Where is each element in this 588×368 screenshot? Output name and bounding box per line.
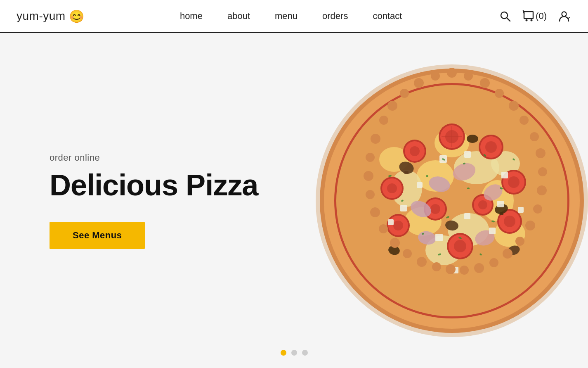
- svg-point-4: [531, 19, 533, 21]
- svg-point-103: [414, 78, 424, 88]
- svg-rect-72: [400, 205, 407, 211]
- svg-point-111: [533, 204, 542, 214]
- logo-text: yum-yum: [17, 9, 66, 23]
- svg-rect-71: [501, 172, 508, 178]
- user-button[interactable]: [557, 9, 571, 24]
- svg-point-124: [390, 238, 400, 248]
- svg-rect-62: [404, 171, 409, 174]
- svg-rect-78: [388, 219, 394, 225]
- svg-point-123: [379, 224, 388, 233]
- svg-point-11: [336, 85, 567, 316]
- svg-point-114: [503, 249, 512, 259]
- svg-point-100: [509, 101, 519, 111]
- svg-point-96: [447, 68, 457, 78]
- order-online-text: order online: [50, 152, 258, 163]
- nav-orders[interactable]: orders: [322, 11, 348, 21]
- svg-point-48: [454, 240, 466, 252]
- svg-point-127: [432, 262, 441, 271]
- svg-point-115: [489, 258, 498, 267]
- nav-menu[interactable]: menu: [275, 11, 298, 21]
- svg-point-118: [371, 134, 380, 144]
- svg-point-121: [366, 190, 375, 199]
- svg-point-99: [495, 89, 504, 98]
- user-icon: [558, 10, 570, 22]
- svg-point-110: [537, 185, 547, 195]
- svg-rect-70: [464, 151, 471, 158]
- svg-point-66: [467, 135, 478, 143]
- svg-point-112: [525, 221, 535, 230]
- svg-point-3: [526, 19, 528, 21]
- svg-rect-64: [500, 212, 503, 215]
- svg-line-6: [568, 17, 569, 19]
- search-icon: [499, 10, 511, 22]
- svg-point-120: [364, 171, 373, 181]
- svg-point-51: [430, 204, 440, 214]
- cart-icon: [522, 10, 535, 22]
- svg-point-125: [403, 249, 412, 258]
- svg-point-98: [480, 78, 490, 88]
- svg-point-116: [474, 263, 484, 273]
- svg-point-108: [536, 148, 545, 158]
- hero-section: order online Delicious Pizza See Menus: [0, 33, 588, 368]
- svg-point-97: [464, 71, 473, 81]
- svg-point-113: [515, 237, 524, 246]
- svg-rect-2: [524, 12, 533, 19]
- svg-point-119: [366, 153, 375, 162]
- svg-point-106: [379, 116, 388, 125]
- see-menus-button[interactable]: See Menus: [50, 222, 145, 249]
- hero-text: order online Delicious Pizza See Menus: [50, 152, 258, 249]
- svg-point-36: [508, 176, 520, 188]
- svg-point-90: [467, 188, 470, 189]
- svg-point-102: [431, 71, 440, 81]
- svg-point-128: [446, 264, 456, 274]
- svg-point-117: [460, 266, 469, 275]
- svg-point-122: [370, 207, 380, 217]
- svg-point-126: [417, 257, 427, 267]
- svg-point-30: [485, 141, 497, 153]
- svg-point-107: [530, 132, 539, 141]
- svg-point-101: [520, 116, 529, 125]
- svg-rect-75: [489, 228, 496, 234]
- nav-home[interactable]: home: [180, 11, 203, 21]
- svg-rect-79: [518, 207, 524, 213]
- svg-rect-74: [435, 234, 443, 241]
- carousel-dot-1[interactable]: [281, 350, 286, 356]
- pizza-svg: [312, 60, 588, 341]
- cart-button[interactable]: (0): [521, 9, 548, 24]
- nav-contact[interactable]: contact: [373, 11, 402, 21]
- svg-rect-77: [464, 213, 470, 219]
- hero-title: Delicious Pizza: [50, 168, 258, 202]
- svg-point-109: [538, 167, 547, 176]
- svg-point-105: [387, 101, 397, 111]
- svg-point-42: [504, 216, 515, 227]
- header-icons: (0): [498, 9, 571, 24]
- svg-point-5: [562, 12, 567, 17]
- svg-point-84: [426, 175, 428, 177]
- main-nav: home about menu orders contact: [180, 11, 402, 21]
- logo-emoji: 😊: [69, 9, 85, 24]
- carousel-dots: [281, 350, 308, 356]
- carousel-dot-2[interactable]: [291, 350, 297, 356]
- svg-point-104: [400, 89, 409, 98]
- svg-point-33: [410, 146, 420, 156]
- logo[interactable]: yum-yum 😊: [17, 9, 84, 24]
- header: yum-yum 😊 home about menu orders contact…: [0, 0, 588, 33]
- pizza-image: [307, 56, 588, 345]
- search-button[interactable]: [498, 9, 512, 24]
- carousel-dot-3[interactable]: [302, 350, 308, 356]
- svg-line-1: [507, 18, 510, 21]
- svg-point-39: [387, 183, 397, 193]
- svg-rect-73: [497, 201, 504, 207]
- svg-point-45: [393, 221, 403, 230]
- cart-count: (0): [536, 11, 547, 21]
- nav-about[interactable]: about: [227, 11, 250, 21]
- svg-point-54: [478, 200, 487, 209]
- svg-rect-76: [417, 182, 423, 188]
